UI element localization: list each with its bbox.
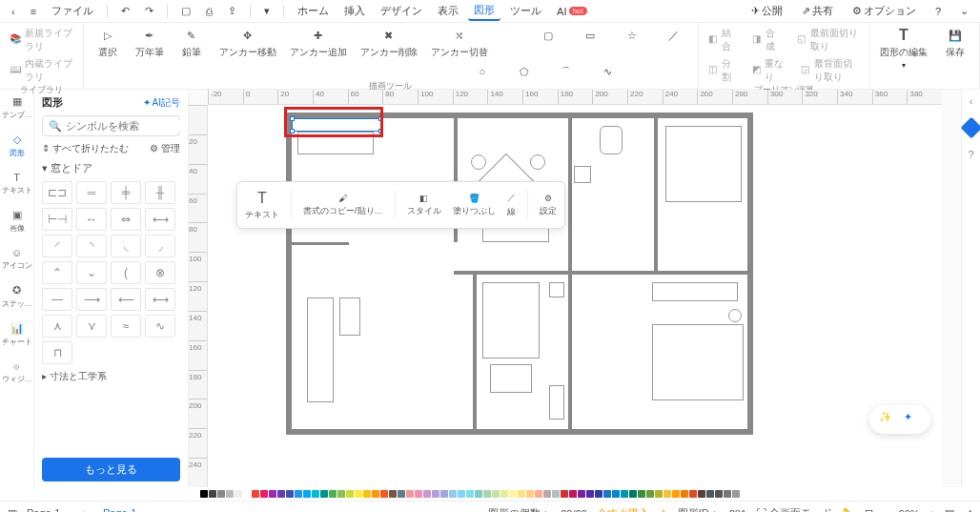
chevron-down-icon[interactable]: ⌄ bbox=[954, 3, 974, 19]
color-swatch[interactable] bbox=[715, 490, 723, 498]
color-swatch[interactable] bbox=[724, 490, 731, 498]
color-swatch[interactable] bbox=[286, 490, 294, 498]
color-swatch[interactable] bbox=[380, 490, 388, 498]
symbol-item[interactable]: ◞ bbox=[145, 235, 175, 257]
shape-edit-button[interactable]: T図形の編集▾ bbox=[880, 27, 928, 70]
rail-sticker[interactable]: ✪ステッ… bbox=[2, 284, 32, 309]
color-swatch[interactable] bbox=[260, 490, 268, 498]
symbol-item[interactable]: ◜ bbox=[42, 235, 72, 257]
rail-icon[interactable]: ☺アイコン bbox=[2, 247, 32, 271]
bool-front[interactable]: ◱最前面切り取り bbox=[797, 27, 860, 53]
furniture-shower[interactable] bbox=[665, 126, 742, 202]
anchor-toggle-tool[interactable]: ⤭アンカー切替 bbox=[431, 27, 488, 59]
symbol-item[interactable]: ⟵ bbox=[111, 288, 141, 311]
anchor-add-tool[interactable]: ✚アンカー追加 bbox=[290, 27, 347, 59]
color-swatch[interactable] bbox=[252, 490, 259, 498]
tab-ai[interactable]: AIhot bbox=[551, 4, 593, 19]
furniture-toilet[interactable] bbox=[600, 126, 623, 154]
pencil-tool[interactable]: ✎鉛筆 bbox=[177, 27, 206, 59]
furniture-bed[interactable] bbox=[652, 324, 744, 400]
symbol-item[interactable]: ⊢⊣ bbox=[42, 208, 72, 231]
dropdown-icon[interactable]: ▾ bbox=[258, 3, 276, 19]
color-swatch[interactable] bbox=[372, 490, 379, 498]
fullscreen-button[interactable]: ⛶ 全画面モード bbox=[756, 506, 832, 512]
furniture-sink[interactable] bbox=[574, 166, 591, 183]
sparkle-icon[interactable]: ✦ bbox=[904, 411, 921, 428]
color-swatch[interactable] bbox=[243, 490, 251, 498]
rail-image[interactable]: ▣画像 bbox=[10, 209, 25, 234]
tab-insert[interactable]: 挿入 bbox=[338, 2, 371, 20]
bool-split[interactable]: ◫分割 bbox=[708, 57, 735, 84]
more-button[interactable]: もっと見る bbox=[42, 458, 180, 481]
color-swatch[interactable] bbox=[526, 490, 534, 498]
color-swatch[interactable] bbox=[363, 490, 371, 498]
symbol-item[interactable]: ═ bbox=[76, 181, 107, 204]
layers-icon[interactable]: ▤ bbox=[945, 507, 954, 512]
publish-button[interactable]: ✈ 公開 bbox=[745, 2, 788, 20]
color-swatch[interactable] bbox=[415, 490, 422, 498]
ctx-text[interactable]: Tテキスト bbox=[245, 190, 279, 221]
color-swatch[interactable] bbox=[235, 490, 242, 498]
properties-icon[interactable] bbox=[960, 117, 980, 139]
symbol-item[interactable]: ↔ bbox=[76, 208, 107, 231]
category-dimensions[interactable]: ▸ 寸法と工学系 bbox=[42, 370, 180, 383]
color-swatch[interactable] bbox=[586, 490, 594, 498]
symbol-item[interactable]: — bbox=[42, 288, 72, 311]
color-swatch[interactable] bbox=[509, 490, 517, 498]
symbol-item[interactable]: ⇔ bbox=[111, 208, 141, 231]
furniture-nightstand[interactable] bbox=[549, 282, 564, 297]
rail-template[interactable]: ▦テンプ… bbox=[2, 95, 32, 120]
color-swatch[interactable] bbox=[200, 490, 208, 498]
color-swatch[interactable] bbox=[269, 490, 276, 498]
add-page-icon[interactable]: + bbox=[82, 508, 88, 513]
symbol-item[interactable]: ╫ bbox=[145, 181, 175, 204]
fit-icon[interactable]: ⊡ bbox=[865, 507, 873, 512]
shape-curve[interactable]: ∿ bbox=[594, 63, 623, 80]
symbol-item[interactable]: ⌄ bbox=[76, 261, 107, 284]
warning-icon[interactable]: ⚠ bbox=[659, 507, 668, 512]
furniture-stool[interactable] bbox=[728, 309, 742, 322]
search-input[interactable] bbox=[66, 120, 189, 132]
color-swatch[interactable] bbox=[543, 490, 551, 498]
export-icon[interactable]: ⇪ bbox=[222, 3, 242, 19]
color-swatch[interactable] bbox=[706, 490, 714, 498]
color-swatch[interactable] bbox=[621, 490, 628, 498]
ctx-line[interactable]: ／線 bbox=[507, 192, 516, 218]
floor-plan[interactable] bbox=[286, 113, 753, 435]
pages-icon[interactable]: ▥ bbox=[8, 507, 17, 512]
menu-file[interactable]: ファイル bbox=[46, 2, 99, 20]
rail-shape[interactable]: ◇図形 bbox=[10, 133, 25, 158]
print-icon[interactable]: ⎙ bbox=[200, 4, 218, 19]
color-swatch[interactable] bbox=[518, 490, 525, 498]
bool-overlap[interactable]: ◩重なり bbox=[752, 57, 785, 84]
symbol-item[interactable]: ⟷ bbox=[145, 208, 175, 231]
color-swatch[interactable] bbox=[492, 490, 500, 498]
color-swatch[interactable] bbox=[458, 490, 465, 498]
color-swatch[interactable] bbox=[217, 490, 225, 498]
ctx-fill[interactable]: 🪣塗りつぶし bbox=[453, 194, 496, 217]
zoom-out[interactable]: − bbox=[883, 508, 888, 513]
color-swatch[interactable] bbox=[535, 490, 542, 498]
furniture-sofa[interactable] bbox=[339, 297, 360, 336]
symbol-item[interactable]: ⊓ bbox=[42, 341, 72, 364]
tab-home[interactable]: ホーム bbox=[292, 2, 335, 20]
color-swatch[interactable] bbox=[312, 490, 319, 498]
ai-symbol-button[interactable]: ✦ AI記号 bbox=[143, 96, 180, 110]
color-swatch[interactable] bbox=[329, 490, 337, 498]
color-swatch[interactable] bbox=[466, 490, 474, 498]
shape-polygon[interactable]: ⬠ bbox=[510, 63, 539, 80]
color-swatch[interactable] bbox=[655, 490, 663, 498]
color-swatch[interactable] bbox=[355, 490, 362, 498]
color-swatch[interactable] bbox=[664, 490, 671, 498]
color-swatch[interactable] bbox=[389, 490, 397, 498]
color-swatch[interactable] bbox=[346, 490, 354, 498]
furniture-desk[interactable] bbox=[652, 282, 738, 301]
furniture-sink[interactable] bbox=[297, 132, 374, 154]
shape-arc[interactable]: ⌒ bbox=[552, 63, 581, 80]
color-swatch[interactable] bbox=[569, 490, 577, 498]
resize-handle[interactable] bbox=[378, 129, 383, 133]
shape-line[interactable]: ／ bbox=[660, 27, 688, 59]
color-swatch[interactable] bbox=[226, 490, 234, 498]
resize-handle[interactable] bbox=[378, 116, 383, 121]
symbol-item[interactable]: ⟶ bbox=[76, 288, 107, 311]
